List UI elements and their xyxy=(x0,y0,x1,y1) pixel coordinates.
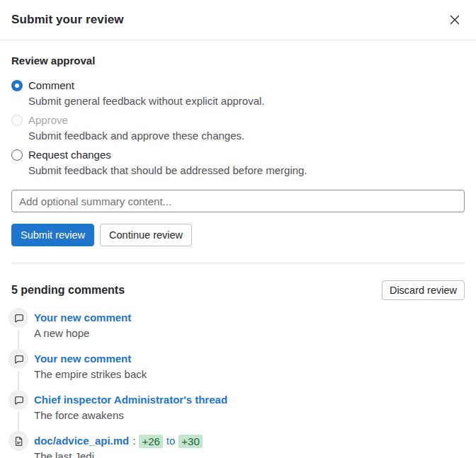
submit-review-button[interactable]: Submit review xyxy=(11,224,94,246)
radio-option-comment[interactable]: Comment Submit general feedback without … xyxy=(11,79,465,108)
summary-input[interactable] xyxy=(11,190,465,212)
submit-review-drawer: Submit your review Review approval Comme… xyxy=(0,0,476,458)
comment-link[interactable]: Your new comment xyxy=(34,353,131,365)
review-approval-section: Review approval Comment Submit general f… xyxy=(0,40,476,246)
pending-comments-title: 5 pending comments xyxy=(11,284,125,297)
radio-approve xyxy=(11,115,23,126)
list-item: Your new comment The empire strikes back xyxy=(8,352,465,393)
review-actions: Submit review Continue review xyxy=(11,224,465,246)
comment-subtext: The empire strikes back xyxy=(34,367,147,382)
pending-comments-list: Your new comment A new hope Your new com… xyxy=(0,300,476,458)
radio-request-changes-description: Submit feedback that should be addressed… xyxy=(28,164,465,178)
comment-subtext: The last Jedi xyxy=(34,450,203,458)
radio-approve-label: Approve xyxy=(28,114,68,127)
comment-subtext: A new hope xyxy=(34,326,131,340)
radio-option-request-changes[interactable]: Request changes Submit feedback that sho… xyxy=(11,149,465,178)
diff-range-connector: to xyxy=(166,434,176,448)
discard-review-button[interactable]: Discard review xyxy=(382,280,465,300)
radio-approve-description: Submit feedback and approve these change… xyxy=(28,129,465,143)
timeline-connector xyxy=(18,371,19,391)
review-approval-heading: Review approval xyxy=(11,55,465,67)
close-button[interactable] xyxy=(446,11,463,28)
radio-comment[interactable] xyxy=(11,80,23,91)
radio-option-approve: Approve Submit feedback and approve thes… xyxy=(11,114,465,143)
comment-link[interactable]: Your new comment xyxy=(34,311,131,324)
list-item: Your new comment A new hope xyxy=(8,311,465,352)
timeline-connector xyxy=(18,412,19,432)
radio-comment-label: Comment xyxy=(28,79,74,92)
radio-request-changes[interactable] xyxy=(11,149,23,161)
radio-comment-description: Submit general feedback without explicit… xyxy=(28,94,465,108)
continue-review-button[interactable]: Continue review xyxy=(100,224,192,246)
comment-subtext: The force awakens xyxy=(34,408,227,423)
diff-from-badge: +26 xyxy=(139,435,162,448)
comment-link[interactable]: Chief inspector Administrator's thread xyxy=(34,394,227,406)
list-item: doc/advice_api.md : +26 to +30 The last … xyxy=(8,434,465,458)
list-item: Chief inspector Administrator's thread T… xyxy=(8,393,465,434)
radio-request-changes-label: Request changes xyxy=(28,149,111,161)
file-icon xyxy=(8,431,28,451)
drawer-title: Submit your review xyxy=(11,13,124,27)
comment-icon xyxy=(8,390,28,410)
file-link[interactable]: doc/advice_api.md xyxy=(34,434,129,448)
comment-icon xyxy=(8,349,28,369)
drawer-header: Submit your review xyxy=(0,0,476,40)
comment-icon xyxy=(8,308,28,328)
file-separator: : xyxy=(132,434,135,448)
file-comment-title: doc/advice_api.md : +26 to +30 xyxy=(34,434,203,448)
close-icon xyxy=(450,15,460,25)
diff-to-badge: +30 xyxy=(178,435,202,448)
pending-comments-header: 5 pending comments Discard review xyxy=(0,263,476,300)
timeline-connector xyxy=(18,330,19,350)
